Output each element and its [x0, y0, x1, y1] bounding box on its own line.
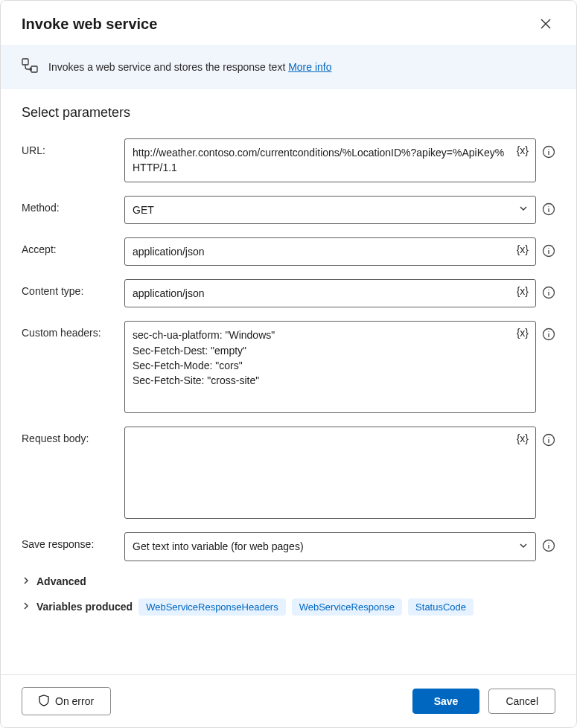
on-error-label: On error [55, 696, 94, 706]
variable-pill[interactable]: WebServiceResponseHeaders [138, 598, 286, 616]
cancel-button[interactable]: Cancel [488, 689, 555, 714]
method-select[interactable]: GET [124, 196, 536, 224]
chevron-right-icon [22, 600, 31, 613]
close-icon [541, 19, 551, 29]
info-icon[interactable] [542, 539, 555, 552]
footer-right-actions: Save Cancel [412, 689, 555, 714]
variables-produced-label: Variables produced [36, 601, 133, 613]
label-save-response: Save response: [22, 532, 111, 550]
variable-pill[interactable]: WebServiceResponse [292, 598, 402, 616]
row-save-response: Save response: Get text into variable (f… [22, 532, 555, 561]
dialog-header: Invoke web service [1, 1, 576, 45]
dialog-footer: On error Save Cancel [1, 674, 576, 727]
advanced-expander[interactable]: Advanced [22, 575, 555, 588]
svg-point-17 [548, 331, 549, 332]
label-custom-headers: Custom headers: [22, 321, 111, 339]
info-icon[interactable] [542, 433, 555, 447]
label-accept: Accept: [22, 237, 111, 255]
request-body-textarea[interactable] [124, 427, 536, 519]
shield-icon [39, 695, 49, 708]
svg-point-14 [548, 290, 549, 290]
variables-produced-expander[interactable]: Variables produced WebServiceResponseHea… [22, 598, 555, 616]
url-input[interactable]: http://weather.contoso.com/currentcondit… [124, 138, 536, 182]
row-accept: Accept: {x} [22, 237, 555, 266]
chevron-right-icon [22, 575, 31, 588]
info-description: Invokes a web service and stores the res… [48, 61, 285, 73]
advanced-label: Advanced [36, 575, 86, 587]
row-custom-headers: Custom headers: sec-ch-ua-platform: "Win… [22, 321, 555, 413]
save-button[interactable]: Save [412, 689, 480, 714]
label-url: URL: [22, 138, 111, 156]
content-type-input[interactable] [124, 279, 536, 307]
save-response-select[interactable]: Get text into variable (for web pages) [124, 532, 536, 561]
custom-headers-textarea[interactable]: sec-ch-ua-platform: "Windows" Sec-Fetch-… [124, 321, 536, 413]
info-icon[interactable] [542, 286, 555, 299]
dialog-body: Select parameters URL: http://weather.co… [1, 89, 576, 674]
more-info-link[interactable]: More info [288, 61, 331, 73]
info-icon[interactable] [542, 244, 555, 258]
svg-point-23 [548, 543, 549, 543]
accept-input[interactable] [124, 237, 536, 266]
info-icon[interactable] [542, 328, 555, 341]
svg-rect-2 [22, 59, 28, 65]
info-band-text: Invokes a web service and stores the res… [48, 61, 332, 73]
section-title: Select parameters [22, 105, 555, 121]
info-icon[interactable] [542, 145, 555, 159]
svg-point-11 [548, 248, 549, 249]
info-band: Invokes a web service and stores the res… [1, 45, 576, 89]
on-error-button[interactable]: On error [22, 687, 111, 715]
svg-point-5 [548, 149, 549, 150]
label-request-body: Request body: [22, 427, 111, 444]
row-content-type: Content type: {x} [22, 279, 555, 307]
svg-rect-3 [31, 66, 37, 72]
row-request-body: Request body: {x} [22, 427, 555, 519]
invoke-web-service-dialog: Invoke web service Invokes a web service… [0, 0, 577, 728]
svg-point-20 [548, 437, 549, 438]
svg-point-8 [548, 206, 549, 207]
info-icon[interactable] [542, 202, 555, 216]
row-url: URL: http://weather.contoso.com/currentc… [22, 138, 555, 182]
label-method: Method: [22, 196, 111, 214]
api-icon [22, 58, 38, 76]
dialog-title: Invoke web service [22, 16, 157, 33]
row-method: Method: GET [22, 196, 555, 224]
label-content-type: Content type: [22, 279, 111, 297]
close-button[interactable] [536, 14, 555, 33]
variable-pill[interactable]: StatusCode [408, 598, 474, 616]
